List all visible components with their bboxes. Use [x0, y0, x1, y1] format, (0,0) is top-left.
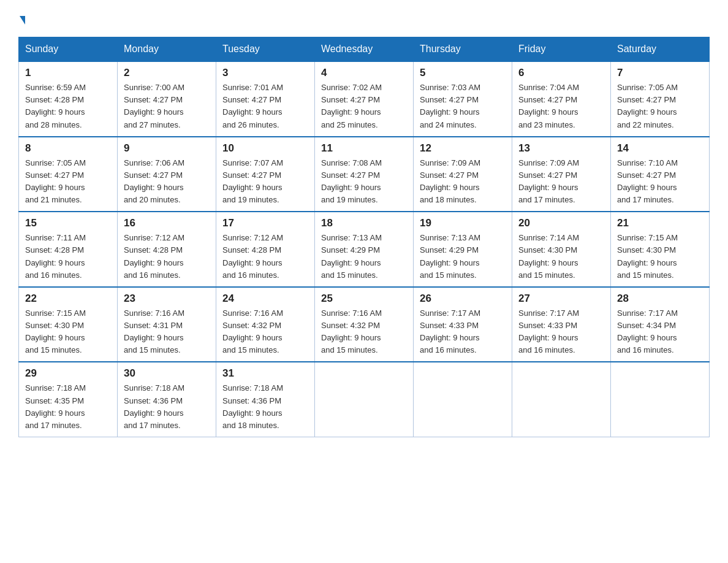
day-number: 3 [222, 67, 308, 79]
calendar-day-cell [315, 362, 414, 437]
day-number: 13 [518, 142, 604, 155]
day-info: Sunrise: 7:12 AMSunset: 4:28 PMDaylight:… [124, 232, 210, 282]
calendar-day-cell: 20Sunrise: 7:14 AMSunset: 4:30 PMDayligh… [512, 212, 611, 287]
day-number: 6 [518, 67, 604, 79]
calendar-day-cell: 3Sunrise: 7:01 AMSunset: 4:27 PMDaylight… [216, 61, 315, 137]
day-number: 23 [124, 293, 210, 305]
day-info: Sunrise: 7:16 AMSunset: 4:31 PMDaylight:… [124, 307, 210, 357]
calendar-day-cell: 19Sunrise: 7:13 AMSunset: 4:29 PMDayligh… [414, 212, 512, 287]
day-info: Sunrise: 7:18 AMSunset: 4:36 PMDaylight:… [124, 382, 210, 432]
page-header [18, 12, 710, 27]
calendar-day-cell: 25Sunrise: 7:16 AMSunset: 4:32 PMDayligh… [315, 287, 414, 362]
day-number: 15 [25, 217, 111, 229]
day-info: Sunrise: 7:17 AMSunset: 4:34 PMDaylight:… [617, 307, 703, 357]
calendar-day-cell: 2Sunrise: 7:00 AMSunset: 4:27 PMDaylight… [118, 61, 216, 137]
calendar-day-cell: 8Sunrise: 7:05 AMSunset: 4:27 PMDaylight… [19, 137, 118, 212]
day-info: Sunrise: 6:59 AMSunset: 4:28 PMDaylight:… [25, 82, 111, 131]
day-number: 26 [420, 293, 506, 305]
calendar-day-cell: 15Sunrise: 7:11 AMSunset: 4:28 PMDayligh… [19, 212, 118, 287]
day-info: Sunrise: 7:09 AMSunset: 4:27 PMDaylight:… [420, 157, 506, 207]
calendar-day-header: Friday [512, 37, 611, 62]
day-info: Sunrise: 7:18 AMSunset: 4:36 PMDaylight:… [222, 382, 308, 432]
day-info: Sunrise: 7:15 AMSunset: 4:30 PMDaylight:… [25, 307, 111, 357]
calendar-day-header: Monday [118, 37, 216, 62]
day-number: 12 [420, 142, 506, 155]
day-info: Sunrise: 7:01 AMSunset: 4:27 PMDaylight:… [222, 82, 308, 131]
calendar-week-row: 1Sunrise: 6:59 AMSunset: 4:28 PMDaylight… [19, 61, 710, 137]
day-number: 14 [617, 142, 703, 155]
day-info: Sunrise: 7:15 AMSunset: 4:30 PMDaylight:… [617, 232, 703, 282]
calendar-week-row: 8Sunrise: 7:05 AMSunset: 4:27 PMDaylight… [19, 137, 710, 212]
day-number: 30 [124, 367, 210, 380]
calendar-day-cell: 16Sunrise: 7:12 AMSunset: 4:28 PMDayligh… [118, 212, 216, 287]
day-info: Sunrise: 7:17 AMSunset: 4:33 PMDaylight:… [420, 307, 506, 357]
day-number: 24 [222, 293, 308, 305]
calendar-day-cell: 13Sunrise: 7:09 AMSunset: 4:27 PMDayligh… [512, 137, 611, 212]
day-number: 17 [222, 217, 308, 229]
day-number: 28 [617, 293, 703, 305]
day-number: 31 [222, 367, 308, 380]
day-number: 1 [25, 67, 111, 79]
day-info: Sunrise: 7:11 AMSunset: 4:28 PMDaylight:… [25, 232, 111, 282]
calendar-day-cell: 11Sunrise: 7:08 AMSunset: 4:27 PMDayligh… [315, 137, 414, 212]
day-number: 25 [321, 293, 407, 305]
day-info: Sunrise: 7:05 AMSunset: 4:27 PMDaylight:… [25, 157, 111, 207]
calendar-day-cell: 7Sunrise: 7:05 AMSunset: 4:27 PMDaylight… [611, 61, 710, 137]
day-info: Sunrise: 7:05 AMSunset: 4:27 PMDaylight:… [617, 82, 703, 131]
calendar-day-cell: 22Sunrise: 7:15 AMSunset: 4:30 PMDayligh… [19, 287, 118, 362]
day-number: 10 [222, 142, 308, 155]
calendar-day-cell: 4Sunrise: 7:02 AMSunset: 4:27 PMDaylight… [315, 61, 414, 137]
calendar-day-cell: 23Sunrise: 7:16 AMSunset: 4:31 PMDayligh… [118, 287, 216, 362]
day-info: Sunrise: 7:08 AMSunset: 4:27 PMDaylight:… [321, 157, 407, 207]
calendar-day-cell [512, 362, 611, 437]
calendar-day-cell: 17Sunrise: 7:12 AMSunset: 4:28 PMDayligh… [216, 212, 315, 287]
calendar-week-row: 29Sunrise: 7:18 AMSunset: 4:35 PMDayligh… [19, 362, 710, 437]
calendar-day-cell: 31Sunrise: 7:18 AMSunset: 4:36 PMDayligh… [216, 362, 315, 437]
calendar-day-cell: 28Sunrise: 7:17 AMSunset: 4:34 PMDayligh… [611, 287, 710, 362]
calendar-day-cell: 27Sunrise: 7:17 AMSunset: 4:33 PMDayligh… [512, 287, 611, 362]
calendar-header-row: SundayMondayTuesdayWednesdayThursdayFrid… [19, 37, 710, 62]
day-info: Sunrise: 7:13 AMSunset: 4:29 PMDaylight:… [420, 232, 506, 282]
day-number: 21 [617, 217, 703, 229]
calendar-day-cell: 24Sunrise: 7:16 AMSunset: 4:32 PMDayligh… [216, 287, 315, 362]
day-number: 5 [420, 67, 506, 79]
calendar-day-cell: 29Sunrise: 7:18 AMSunset: 4:35 PMDayligh… [19, 362, 118, 437]
day-number: 4 [321, 67, 407, 79]
day-info: Sunrise: 7:18 AMSunset: 4:35 PMDaylight:… [25, 382, 111, 432]
day-number: 9 [124, 142, 210, 155]
day-number: 27 [518, 293, 604, 305]
day-number: 8 [25, 142, 111, 155]
calendar-day-cell: 21Sunrise: 7:15 AMSunset: 4:30 PMDayligh… [611, 212, 710, 287]
logo-line1 [18, 12, 25, 27]
day-info: Sunrise: 7:06 AMSunset: 4:27 PMDaylight:… [124, 157, 210, 207]
day-info: Sunrise: 7:14 AMSunset: 4:30 PMDaylight:… [518, 232, 604, 282]
calendar-day-header: Sunday [19, 37, 118, 62]
calendar-week-row: 22Sunrise: 7:15 AMSunset: 4:30 PMDayligh… [19, 287, 710, 362]
calendar-day-cell: 5Sunrise: 7:03 AMSunset: 4:27 PMDaylight… [414, 61, 512, 137]
day-info: Sunrise: 7:04 AMSunset: 4:27 PMDaylight:… [518, 82, 604, 131]
day-number: 7 [617, 67, 703, 79]
logo-triangle-icon [20, 16, 25, 25]
day-info: Sunrise: 7:07 AMSunset: 4:27 PMDaylight:… [222, 157, 308, 207]
calendar-day-cell: 12Sunrise: 7:09 AMSunset: 4:27 PMDayligh… [414, 137, 512, 212]
calendar-day-cell: 9Sunrise: 7:06 AMSunset: 4:27 PMDaylight… [118, 137, 216, 212]
calendar-day-header: Saturday [611, 37, 710, 62]
day-number: 20 [518, 217, 604, 229]
calendar-day-header: Wednesday [315, 37, 414, 62]
day-number: 18 [321, 217, 407, 229]
day-number: 19 [420, 217, 506, 229]
day-number: 22 [25, 293, 111, 305]
day-number: 2 [124, 67, 210, 79]
day-info: Sunrise: 7:16 AMSunset: 4:32 PMDaylight:… [321, 307, 407, 357]
day-info: Sunrise: 7:12 AMSunset: 4:28 PMDaylight:… [222, 232, 308, 282]
calendar-day-cell: 26Sunrise: 7:17 AMSunset: 4:33 PMDayligh… [414, 287, 512, 362]
day-info: Sunrise: 7:10 AMSunset: 4:27 PMDaylight:… [617, 157, 703, 207]
day-info: Sunrise: 7:17 AMSunset: 4:33 PMDaylight:… [518, 307, 604, 357]
calendar-day-cell [611, 362, 710, 437]
day-info: Sunrise: 7:03 AMSunset: 4:27 PMDaylight:… [420, 82, 506, 131]
calendar-day-header: Tuesday [216, 37, 315, 62]
calendar-day-cell: 14Sunrise: 7:10 AMSunset: 4:27 PMDayligh… [611, 137, 710, 212]
day-info: Sunrise: 7:02 AMSunset: 4:27 PMDaylight:… [321, 82, 407, 131]
day-info: Sunrise: 7:09 AMSunset: 4:27 PMDaylight:… [518, 157, 604, 207]
calendar-day-header: Thursday [414, 37, 512, 62]
